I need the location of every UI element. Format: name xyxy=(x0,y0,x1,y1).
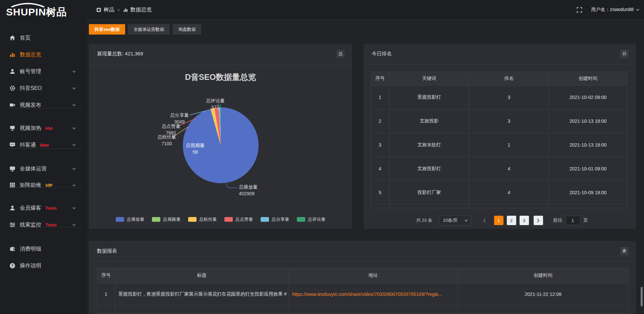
sidebar-item-tag: New xyxy=(40,143,49,148)
sidebar-item-2[interactable]: 数据总览 xyxy=(0,46,87,63)
user-menu[interactable]: 用户名：zswodun88 xyxy=(591,7,639,13)
report-cell xyxy=(458,306,629,313)
rank-cell: 景观投影灯 xyxy=(389,86,469,109)
rank-cell: 4 xyxy=(469,157,549,181)
sidebar-item-3[interactable]: 账号管理 xyxy=(0,63,87,80)
sidebar-item-6[interactable]: 视频加热Hot xyxy=(0,120,87,137)
pie-callout: 总视频量58 xyxy=(173,142,217,155)
rank-cell: 2021-10-13 18:00 xyxy=(549,109,627,133)
app-logo: SHUPIN树品 xyxy=(6,4,83,17)
breadcrumb-item-2[interactable]: 数据总览 xyxy=(123,6,152,13)
pie-callout: 总播放量402909 xyxy=(239,184,289,197)
chevron-down-icon xyxy=(72,224,76,226)
sidebar-divider xyxy=(7,148,83,149)
legend-item[interactable]: 总粉丝量 xyxy=(188,216,217,222)
sidebar-item-5[interactable]: 视频发布 xyxy=(0,97,87,113)
report-index-cell: 1 xyxy=(97,283,115,306)
breadcrumb-item-1[interactable]: 树品 xyxy=(96,6,114,13)
report-url-link[interactable]: https://www.iesdouyin.com/share/video/70… xyxy=(292,292,442,297)
goto-page-input[interactable] xyxy=(566,216,580,225)
breadcrumb-label: 数据总览 xyxy=(130,6,152,13)
rank-cell: 2021-10-13 18:00 xyxy=(549,133,627,157)
chevron-down-icon xyxy=(72,168,76,170)
table-row: 1景观投影灯，夜游景观投影灯厂家展示展示落花灯在花园里的灯光投影应用效果 #ht… xyxy=(97,283,629,306)
overview-panel: 展现量总数: 421,369 总 D音SEO数据量总览 总评论量572总分享量3… xyxy=(89,44,352,229)
logo-text-en: SHUPIN xyxy=(6,6,46,17)
sidebar-item-label: 首页 xyxy=(20,35,31,42)
table-row: 2文旅投影32021-10-13 18:00 xyxy=(371,109,627,133)
sidebar-item-1[interactable]: 首页 xyxy=(0,30,87,46)
sidebar-item-label: 会员爆客 xyxy=(20,205,41,212)
legend-item[interactable]: 总点赞量 xyxy=(224,216,253,222)
chevron-down-icon xyxy=(636,9,639,11)
rank-cell: 1 xyxy=(371,86,389,109)
legend-item[interactable]: 总评论量 xyxy=(297,216,325,222)
user-icon xyxy=(9,68,15,74)
page-scrollbar-thumb[interactable] xyxy=(641,287,643,306)
legend-swatch xyxy=(116,217,124,222)
pie-callout-name: 总点赞量 xyxy=(149,123,193,129)
report-cell xyxy=(115,306,289,313)
chart-icon xyxy=(9,52,15,58)
report-title-cell: 景观投影灯，夜游景观投影灯厂家展示展示落花灯在花园里的灯光投影应用效果 # xyxy=(115,283,289,306)
page-buttons: 123 xyxy=(494,216,532,225)
breadcrumb-label: 树品 xyxy=(104,6,114,13)
report-panel-header: 数据报表 表 xyxy=(89,241,636,262)
sidebar-item-10[interactable]: 会员爆客Tools xyxy=(0,200,87,216)
overview-panel-header: 展现量总数: 421,369 总 xyxy=(89,44,352,64)
tab-1[interactable]: 抖音seo数据 xyxy=(89,24,125,35)
legend-item[interactable]: 总分享量 xyxy=(261,216,289,222)
sidebar-item-7[interactable]: 抖客通New xyxy=(0,137,87,153)
rank-cell: 2021-10-09 18:00 xyxy=(549,181,627,205)
rank-cell: 文旅投影 xyxy=(389,109,469,133)
gear-icon xyxy=(9,85,15,91)
legend-label: 总点赞量 xyxy=(235,216,253,222)
tab-3[interactable]: 询盘数据 xyxy=(172,24,201,35)
fullscreen-icon[interactable] xyxy=(577,7,582,13)
sidebar-item-11[interactable]: 线索监控Tools xyxy=(0,216,87,233)
sidebar-divider xyxy=(7,227,83,227)
prev-page-button[interactable] xyxy=(480,216,489,225)
sidebar-item-4[interactable]: 抖音SEO xyxy=(0,80,87,97)
page-button-2[interactable]: 2 xyxy=(507,216,516,225)
report-cell xyxy=(97,306,115,313)
pie-callout-name: 总播放量 xyxy=(239,184,289,190)
page-button-3[interactable]: 3 xyxy=(520,216,529,225)
sidebar-item-13[interactable]: ?操作说明 xyxy=(0,257,87,274)
user-icon xyxy=(9,205,15,211)
sidebar-item-12[interactable]: 消费明细 xyxy=(0,241,87,257)
legend-item[interactable]: 总播放量 xyxy=(116,216,144,222)
report-badge-button[interactable]: 表 xyxy=(620,247,629,255)
sidebar-item-tag: Hot xyxy=(45,126,53,131)
heat-icon xyxy=(9,125,15,131)
camera-icon xyxy=(9,102,15,108)
rank-cell: 3 xyxy=(371,133,389,157)
chevron-down-icon xyxy=(72,70,76,73)
pie-callout-value: 572 xyxy=(194,104,237,111)
chat-icon xyxy=(9,142,15,148)
rank-cell xyxy=(469,205,549,208)
tab-2[interactable]: 全媒体运营数据 xyxy=(128,24,170,35)
sidebar-item-tag: Tools xyxy=(45,222,57,227)
chevron-down-icon xyxy=(72,207,76,209)
app-icon xyxy=(96,7,101,12)
page-button-1[interactable]: 1 xyxy=(494,216,503,225)
rank-column-header: 排名 xyxy=(469,72,549,86)
rank-badge-button[interactable]: 日 xyxy=(620,50,629,58)
legend-item[interactable]: 总视频量 xyxy=(152,216,180,222)
next-page-button[interactable] xyxy=(534,216,543,225)
rank-cell: 2021-10-02 09:00 xyxy=(549,86,627,109)
home-icon xyxy=(9,35,15,41)
page-size-select[interactable]: 10条/页 xyxy=(439,215,471,225)
sidebar-item-8[interactable]: 全媒体运营 xyxy=(0,160,87,177)
topbar-right: 用户名：zswodun88 xyxy=(577,0,639,19)
sidebar: 首页数据总览账号管理抖音SEO视频发布视频加热Hot抖客通New全媒体运营矩阵助… xyxy=(0,19,87,314)
sidebar-item-label: 抖音SEO xyxy=(20,85,42,92)
overview-badge-button[interactable]: 总 xyxy=(336,50,345,58)
sidebar-item-9[interactable]: 矩阵助推VIP xyxy=(0,177,87,194)
rank-cell: 文旅投影灯 xyxy=(389,157,469,181)
username-label: 用户名：zswodun88 xyxy=(591,7,634,13)
pie-callout-name: 总评论量 xyxy=(194,97,237,104)
rank-column-header: 创建时间 xyxy=(549,72,627,86)
wallet-icon xyxy=(9,246,15,252)
